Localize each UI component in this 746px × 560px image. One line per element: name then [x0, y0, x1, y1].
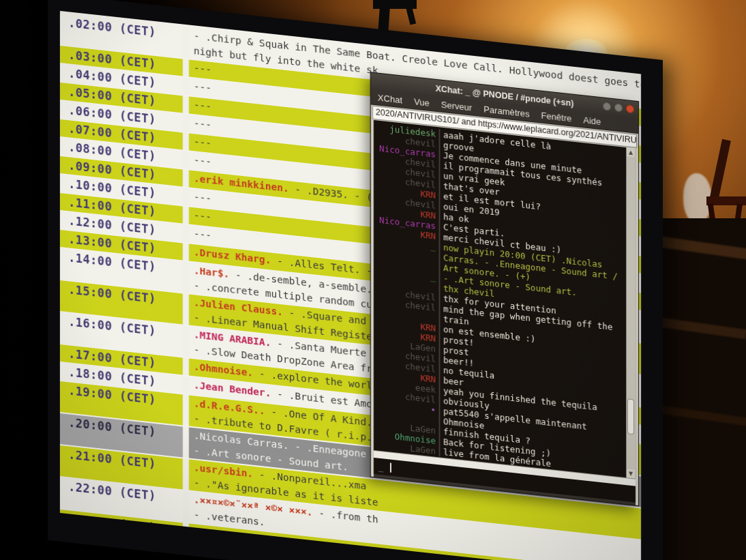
- column-divider: [183, 207, 189, 224]
- column-divider: [183, 170, 189, 188]
- column-divider: [183, 377, 189, 394]
- column-divider: [183, 115, 189, 132]
- scrollbar-thumb[interactable]: [627, 398, 634, 434]
- column-divider: [183, 358, 189, 376]
- program-text: ---: [194, 228, 211, 241]
- column-divider: [183, 27, 189, 59]
- column-divider: [183, 225, 189, 243]
- screen-content: .02:00 (CET)- .Chirp & Squak in The Same…: [60, 11, 641, 560]
- program-text: ---: [194, 62, 211, 75]
- text-cursor: [390, 462, 391, 472]
- column-divider: [183, 244, 189, 261]
- program-text: ---: [194, 117, 211, 130]
- column-divider: [183, 326, 189, 357]
- column-divider: [183, 523, 189, 541]
- program-text: ---: [194, 191, 211, 204]
- photo-of-projected-screen: .02:00 (CET)- .Chirp & Squak in The Same…: [0, 0, 746, 560]
- chat-area: juliedeskaaah j'adore celle làchevilgroo…: [374, 120, 636, 479]
- monitor-bezel: .02:00 (CET)- .Chirp & Squak in The Same…: [48, 0, 663, 560]
- menu-aide[interactable]: Aide: [583, 115, 601, 127]
- program-text: ---: [194, 80, 211, 93]
- window-controls: [603, 102, 634, 113]
- column-divider: [183, 395, 189, 426]
- maximize-button[interactable]: [614, 103, 623, 112]
- chat-scrollbar[interactable]: ▲ ▼: [626, 147, 636, 479]
- input-nick-label: _: [378, 461, 384, 472]
- column-divider: [183, 96, 189, 114]
- artist-name: .K./.: [194, 526, 224, 540]
- close-button[interactable]: [626, 104, 634, 113]
- column-divider: [183, 491, 189, 522]
- column-divider: [183, 262, 189, 293]
- program-text: ---: [194, 136, 211, 149]
- column-divider: [183, 59, 189, 77]
- scroll-up-icon[interactable]: ▲: [627, 147, 635, 157]
- program-text: ---: [194, 99, 211, 112]
- column-divider: [183, 294, 189, 325]
- menu-fenetre[interactable]: Fenêtre: [541, 110, 572, 124]
- artist-name: .Har$.: [194, 265, 229, 280]
- column-divider: [183, 78, 189, 95]
- column-divider: [183, 188, 189, 206]
- program-text: ---: [194, 209, 211, 222]
- column-divider: [183, 459, 189, 490]
- minimize-button[interactable]: [603, 102, 611, 110]
- xchat-window: XChat: _ @ PNODE / #pnode (+sn) XChat Vu…: [370, 72, 639, 506]
- program-text: ---: [194, 154, 211, 167]
- chat-message-list: juliedeskaaah j'adore celle làchevilgroo…: [374, 122, 627, 477]
- chat-frame: juliedeskaaah j'adore celle làchevilgroo…: [371, 119, 638, 505]
- column-divider: [183, 133, 189, 151]
- menu-serveur[interactable]: Serveur: [441, 100, 473, 113]
- column-divider: [183, 151, 189, 169]
- menu-parametres[interactable]: Paramètres: [483, 104, 529, 119]
- menu-vue[interactable]: Vue: [414, 96, 430, 108]
- menu-xchat[interactable]: XChat: [378, 93, 402, 106]
- column-divider: [183, 427, 189, 458]
- projector-mount: [373, 0, 417, 9]
- scroll-down-icon[interactable]: ▼: [627, 469, 635, 478]
